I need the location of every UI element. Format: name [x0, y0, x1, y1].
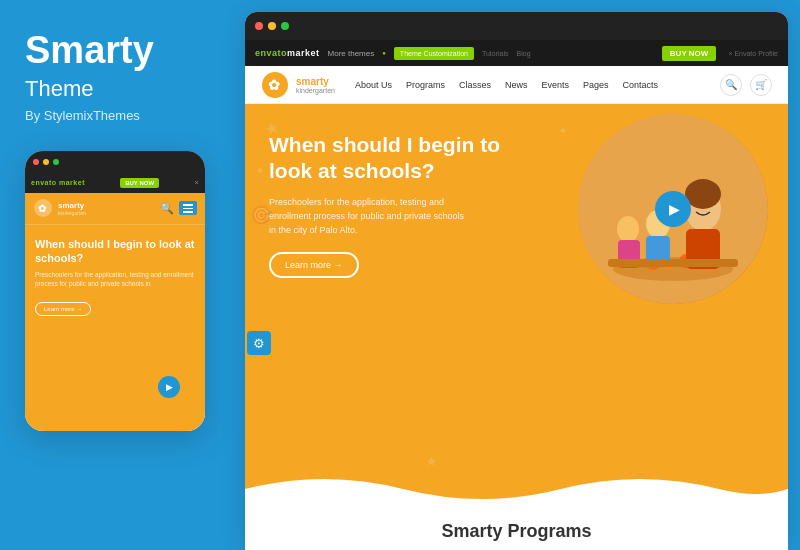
mobile-envato-bar: envato market BUY NOW ×	[25, 173, 205, 193]
svg-point-14	[617, 216, 639, 242]
mobile-play-button[interactable]: ▶	[158, 376, 180, 398]
theme-subtitle: Theme	[25, 76, 225, 102]
site-logo-area: ✿ smarty kindergarten	[261, 71, 335, 99]
nav-news[interactable]: News	[505, 80, 528, 90]
mobile-logo-text: smarty	[58, 201, 86, 211]
envato-close-button[interactable]: × Envato Profile	[728, 50, 778, 57]
envato-tutorials[interactable]: Tutorials	[482, 50, 509, 57]
hero-content: When should I begin to look at schools? …	[245, 104, 527, 278]
hero-image-inner: ▶	[578, 114, 768, 304]
mobile-learn-more-button[interactable]: Learn more →	[35, 302, 91, 316]
mobile-nav: ✿ smarty kindergarten 🔍	[25, 193, 205, 225]
mobile-browser-chrome	[25, 151, 205, 173]
programs-title: Smarty Programs	[245, 521, 788, 542]
envato-bar: envatomarket More themes ● Theme Customi…	[245, 40, 788, 66]
browser-dot-yellow	[268, 22, 276, 30]
hero-title: When should I begin to look at schools?	[269, 132, 503, 185]
site-logo-subtext: kindergarten	[296, 87, 335, 94]
hero-description: Preschoolers for the application, testin…	[269, 195, 469, 238]
site-logo-text: smarty	[296, 76, 335, 87]
browser-dot-green	[281, 22, 289, 30]
site-nav: About Us Programs Classes News Events Pa…	[355, 80, 720, 90]
mobile-dot-yellow	[43, 159, 49, 165]
mobile-envato-logo: envato market	[31, 179, 85, 186]
hero-section: ★ ✦ 🎯 ★ ✦ When should I begin to look at…	[245, 104, 788, 509]
site-header: ✿ smarty kindergarten About Us Programs …	[245, 66, 788, 104]
envato-buy-button[interactable]: BUY NOW	[662, 46, 717, 61]
search-icon-button[interactable]: 🔍	[720, 74, 742, 96]
mobile-hero-title: When should I begin to look at schools?	[35, 237, 195, 266]
mobile-logo-svg: ✿	[33, 198, 53, 218]
nav-programs[interactable]: Programs	[406, 80, 445, 90]
mobile-hero-content: When should I begin to look at schools? …	[25, 225, 205, 358]
nav-classes[interactable]: Classes	[459, 80, 491, 90]
mobile-website-content: ✿ smarty kindergarten 🔍 When should I be…	[25, 193, 205, 431]
cart-icon-button[interactable]: 🛒	[750, 74, 772, 96]
browser-dot-red	[255, 22, 263, 30]
mobile-close-button[interactable]: ×	[194, 178, 199, 187]
nav-about-us[interactable]: About Us	[355, 80, 392, 90]
programs-section: Smarty Programs	[245, 509, 788, 550]
mobile-image-area: ▶	[25, 366, 205, 431]
deco-star-3: ★	[425, 453, 438, 469]
envato-logo: envatomarket	[255, 48, 320, 58]
mobile-logo-subtext: kindergarten	[58, 210, 86, 216]
desktop-mockup: envatomarket More themes ● Theme Customi…	[245, 12, 788, 550]
mobile-logo-area: ✿ smarty kindergarten	[33, 198, 86, 218]
settings-gear-icon[interactable]: ⚙	[247, 331, 271, 355]
left-panel: Smarty Theme By StylemixThemes envato ma…	[0, 0, 245, 550]
envato-theme-customization[interactable]: Theme Customization	[394, 47, 474, 60]
mobile-dot-green	[53, 159, 59, 165]
hero-cta-button[interactable]: Learn more →	[269, 252, 359, 278]
mobile-dot-red	[33, 159, 39, 165]
theme-author: By StylemixThemes	[25, 108, 225, 123]
hero-image-circle: ▶	[578, 114, 768, 304]
site-nav-icons: 🔍 🛒	[720, 74, 772, 96]
mobile-search-icon[interactable]: 🔍	[160, 202, 174, 215]
nav-pages[interactable]: Pages	[583, 80, 609, 90]
envato-blog[interactable]: Blog	[517, 50, 531, 57]
nav-contacts[interactable]: Contacts	[623, 80, 659, 90]
mobile-nav-icons: 🔍	[160, 201, 197, 215]
hero-wave	[245, 469, 788, 509]
mobile-mockup: envato market BUY NOW × ✿ smarty kinderg…	[25, 151, 205, 431]
play-button[interactable]: ▶	[655, 191, 691, 227]
mobile-buy-button[interactable]: BUY NOW	[120, 178, 159, 188]
nav-events[interactable]: Events	[542, 80, 570, 90]
site-logo-icon: ✿	[261, 71, 289, 99]
browser-chrome	[245, 12, 788, 40]
svg-rect-16	[608, 259, 738, 267]
mobile-menu-icon[interactable]	[179, 201, 197, 215]
svg-text:✿: ✿	[268, 77, 280, 93]
envato-more-themes[interactable]: More themes	[328, 49, 375, 58]
mobile-hero-desc: Preschoolers for the application, testin…	[35, 270, 195, 288]
theme-title: Smarty	[25, 30, 225, 72]
svg-text:✿: ✿	[38, 203, 47, 214]
deco-star-4: ✦	[558, 124, 568, 138]
